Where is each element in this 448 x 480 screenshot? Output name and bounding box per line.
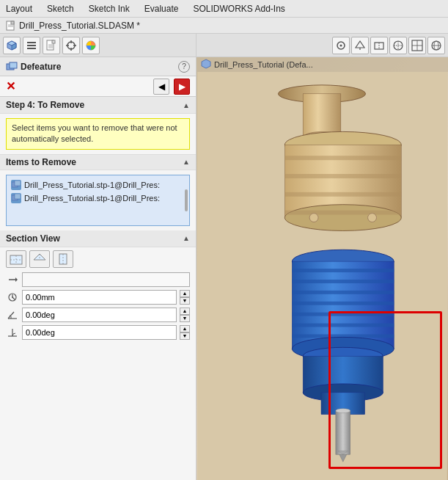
arrow-icon	[6, 273, 19, 286]
main-layout: Defeature ? ✕ ◀ ▶ Step 4: To Remove ▲ Se…	[0, 34, 448, 480]
view-btn-4[interactable]	[389, 37, 407, 54]
distance-down[interactable]: ▼	[180, 297, 190, 305]
svg-rect-85	[336, 411, 350, 455]
distance-icon	[6, 291, 19, 304]
svg-rect-74	[292, 280, 394, 283]
distance-spinner[interactable]: ▲ ▼	[180, 290, 190, 305]
sv-front-btn[interactable]	[6, 250, 26, 268]
svg-point-39	[12, 297, 13, 298]
file-title: Drill_Press_Tutorial.SLDASM *	[19, 21, 140, 31]
section-view-header: Section View ▲	[0, 230, 196, 247]
info-box: Select items you want to remove that wer…	[6, 118, 190, 150]
svg-rect-26	[15, 194, 21, 199]
svg-rect-22	[10, 62, 17, 68]
sv-top-btn[interactable]	[29, 250, 50, 268]
right-title-bar: Drill_Press_Tutorial (Defa...	[197, 57, 448, 72]
right-toolbar	[197, 34, 448, 57]
items-to-remove-title: Items to Remove	[6, 157, 76, 167]
list-item: Drill_Press_Tutorial.stp-1@Drill_Pres:	[10, 178, 186, 192]
menu-layout[interactable]: Layout	[3, 2, 35, 15]
info-text: Select items you want to remove that wer…	[12, 123, 177, 143]
menu-sketch-ink[interactable]: Sketch Ink	[86, 2, 133, 15]
menu-sketch[interactable]: Sketch	[44, 2, 77, 15]
svg-point-86	[336, 409, 350, 413]
viewport[interactable]	[197, 72, 448, 480]
angle1-down[interactable]: ▼	[180, 315, 190, 322]
panel-title: Defeature	[21, 62, 178, 72]
view-btn-6[interactable]	[427, 37, 445, 54]
angle1-up[interactable]: ▲	[180, 308, 190, 315]
sv-distance-input[interactable]: 0.00mm	[22, 290, 177, 305]
menu-evaluate[interactable]: Evaluate	[142, 2, 182, 15]
view-btn-2[interactable]	[351, 37, 369, 54]
scroll-indicator	[185, 189, 188, 211]
sv-angle1-input[interactable]: 0.00deg	[22, 308, 177, 322]
cube-btn[interactable]	[3, 37, 21, 54]
items-list-box[interactable]: Drill_Press_Tutorial.stp-1@Drill_Pres: D…	[6, 175, 190, 226]
distance-up[interactable]: ▲	[180, 290, 190, 297]
help-btn[interactable]: ?	[178, 61, 190, 73]
svg-rect-62	[303, 94, 341, 138]
sv-ref-input[interactable]	[22, 272, 190, 287]
menu-bar: Layout Sketch Sketch Ink Evaluate SOLIDW…	[0, 0, 448, 18]
sv-right-btn[interactable]	[53, 250, 73, 268]
left-panel: Defeature ? ✕ ◀ ▶ Step 4: To Remove ▲ Se…	[0, 34, 197, 480]
svg-rect-67	[284, 156, 401, 160]
list-btn[interactable]	[23, 37, 40, 54]
svg-rect-78	[292, 324, 394, 327]
close-btn[interactable]: ✕	[6, 79, 15, 93]
step4-header: Step 4: To Remove ▲	[0, 97, 196, 114]
svg-point-89	[309, 214, 318, 222]
svg-rect-75	[292, 291, 394, 294]
item-icon-0	[11, 180, 21, 190]
list-item: Drill_Press_Tutorial.stp-1@Drill_Pres:	[10, 192, 186, 205]
section-view-icons	[6, 250, 190, 268]
sv-angle2-input[interactable]: 0.00deg	[22, 325, 177, 340]
svg-rect-77	[292, 313, 394, 316]
angle2-down[interactable]: ▼	[180, 332, 190, 340]
defeature-icon	[6, 61, 18, 73]
svg-rect-7	[27, 42, 36, 43]
crosshair-btn[interactable]	[62, 37, 80, 54]
sv-row-angle2: 0.00deg ▲ ▼	[6, 325, 190, 340]
nav-fwd-btn[interactable]: ▶	[174, 79, 190, 95]
step4-title: Step 4: To Remove	[6, 100, 84, 110]
file-icon	[6, 21, 16, 31]
svg-rect-11	[52, 40, 55, 43]
view-btn-3[interactable]	[370, 37, 388, 54]
svg-rect-9	[27, 48, 36, 49]
right-title-label: Drill_Press_Tutorial (Defa...	[214, 60, 313, 69]
view-btn-5[interactable]	[408, 37, 426, 54]
svg-marker-46	[356, 41, 364, 48]
sv-row-distance: 0.00mm ▲ ▼	[6, 290, 190, 305]
svg-rect-73	[292, 269, 394, 272]
left-toolbar	[0, 34, 196, 57]
angle1-icon	[6, 308, 19, 321]
item-icon-1	[11, 193, 21, 203]
angle2-up[interactable]: ▲	[180, 325, 190, 332]
step4-collapse[interactable]: ▲	[183, 101, 190, 109]
doc-btn[interactable]	[43, 37, 60, 54]
list-item-text-0: Drill_Press_Tutorial.stp-1@Drill_Pres:	[24, 181, 160, 189]
color-btn[interactable]	[82, 37, 100, 54]
right-panel: Drill_Press_Tutorial (Defa...	[197, 34, 448, 480]
svg-rect-32	[59, 254, 67, 264]
items-collapse[interactable]: ▲	[183, 158, 190, 166]
sv-row-arrow	[6, 272, 190, 287]
svg-rect-69	[284, 192, 401, 197]
menu-addins[interactable]: SOLIDWORKS Add-Ins	[190, 2, 287, 15]
view-btn-1[interactable]	[332, 37, 350, 54]
svg-point-45	[340, 44, 342, 46]
nav-back-btn[interactable]: ◀	[153, 79, 169, 95]
angle2-spinner[interactable]: ▲ ▼	[180, 325, 190, 340]
angle2-icon	[6, 326, 19, 339]
svg-marker-35	[15, 277, 18, 282]
svg-rect-8	[27, 45, 36, 46]
svg-point-66	[284, 205, 401, 231]
angle1-spinner[interactable]: ▲ ▼	[180, 308, 190, 322]
model-icon	[201, 59, 211, 70]
section-view-title: Section View	[6, 233, 60, 244]
sv-collapse[interactable]: ▲	[183, 234, 190, 242]
panel-controls: ✕ ◀ ▶	[0, 76, 196, 97]
defeature-header: Defeature ?	[0, 57, 196, 76]
